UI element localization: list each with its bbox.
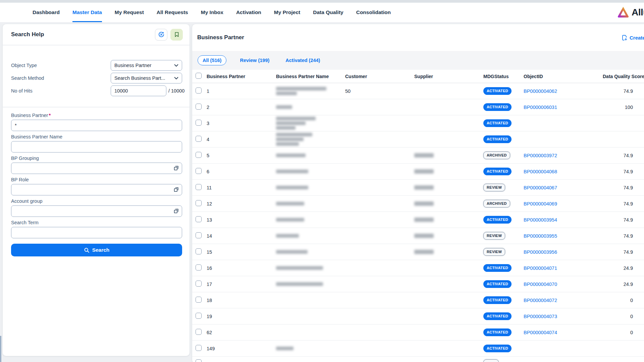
nav-item-my-project[interactable]: My Project	[274, 3, 300, 22]
brand-name: Allu	[632, 7, 644, 18]
table-row[interactable]: 17 ACTIVATED BP0000004070 24.9	[192, 276, 644, 292]
row-checkbox[interactable]	[196, 313, 202, 319]
top-navigation: Dashboard Master Data My Request All Req…	[0, 3, 644, 22]
business-partner-id: 3	[207, 121, 276, 126]
row-checkbox[interactable]	[196, 359, 202, 362]
row-checkbox[interactable]	[196, 297, 202, 303]
required-asterisk: *	[49, 113, 51, 118]
value-help-icon[interactable]	[173, 165, 179, 171]
reset-search-button[interactable]	[155, 29, 167, 41]
nav-item-my-inbox[interactable]: My Inbox	[201, 3, 223, 22]
row-checkbox[interactable]	[196, 200, 202, 206]
row-checkbox[interactable]	[196, 248, 202, 254]
search-button[interactable]: Search	[11, 244, 182, 256]
search-help-panel: Search Help Object Type Business Partner	[3, 24, 190, 356]
column-header-business-partner[interactable]: Business Partner	[207, 74, 276, 79]
account-group-label: Account group	[11, 198, 182, 204]
bookmark-icon	[174, 32, 180, 38]
bp-grouping-label: BP Grouping	[11, 156, 182, 161]
supplier-value-redacted	[414, 153, 483, 158]
nav-item-master-data[interactable]: Master Data	[72, 3, 102, 22]
table-row[interactable]: 5 ARCHIVED BP0000003972 74.9	[192, 147, 644, 164]
row-checkbox[interactable]	[196, 120, 202, 126]
bp-role-input[interactable]	[11, 184, 182, 195]
create-button[interactable]: Create	[621, 24, 644, 51]
tab-activated[interactable]: Activated (244)	[283, 56, 323, 65]
search-method-value: Search Business Part...	[114, 75, 165, 81]
row-checkbox[interactable]	[196, 168, 202, 174]
tab-all[interactable]: All (516)	[198, 55, 226, 65]
business-partner-id: 14	[207, 233, 276, 239]
column-header-business-partner-name[interactable]: Business Partner Name	[276, 74, 345, 79]
row-checkbox[interactable]	[196, 329, 202, 335]
table-row[interactable]: 13 ACTIVATED BP0000003954 74.9	[192, 212, 644, 228]
no-of-hits-input[interactable]	[111, 85, 166, 96]
object-id-link: BP0000003954	[524, 217, 575, 223]
business-partner-name-redacted	[276, 186, 345, 189]
row-checkbox[interactable]	[196, 152, 202, 158]
table-row[interactable]: 12 ARCHIVED BP0000004069 74.9	[192, 196, 644, 212]
table-row[interactable]: 6 ACTIVATED BP0000004068 74.9	[192, 164, 644, 180]
table-row[interactable]: 19 ACTIVATED BP0000004073 0	[192, 308, 644, 324]
select-all-checkbox[interactable]	[196, 73, 202, 79]
column-header-supplier[interactable]: Supplier	[414, 74, 483, 79]
nav-item-consolidation[interactable]: Consolidation	[356, 3, 391, 22]
column-header-objectid[interactable]: ObjectID	[524, 74, 575, 79]
business-partner-input[interactable]	[11, 120, 182, 131]
business-partner-id: 17	[207, 282, 276, 287]
column-header-data-quality-score[interactable]: Data Quality Score	[575, 74, 633, 79]
value-help-icon[interactable]	[173, 187, 179, 192]
nav-item-my-request[interactable]: My Request	[115, 3, 144, 22]
bookmark-button[interactable]	[170, 29, 183, 41]
row-checkbox[interactable]	[196, 232, 202, 238]
table-row[interactable]: 2 ACTIVATED BP0000006031 100	[192, 99, 644, 115]
create-button-label: Create	[630, 35, 644, 41]
mdg-status-badge: ACTIVATED	[483, 168, 524, 175]
table-row[interactable]: 16 ACTIVATED BP0000004071 24.9	[192, 260, 644, 276]
data-quality-score: 74.9	[575, 233, 633, 239]
table-row[interactable]: 3 ACTIVATED	[192, 115, 644, 131]
business-partner-name-redacted	[276, 234, 345, 238]
mdg-status-badge: ACTIVATED	[483, 119, 524, 127]
row-checkbox[interactable]	[196, 345, 202, 351]
nav-item-data-quality[interactable]: Data Quality	[313, 3, 343, 22]
column-header-mdgstatus[interactable]: MDGStatus	[483, 74, 524, 79]
object-id-link: BP0000003956	[524, 249, 575, 255]
mdg-status-badge: ACTIVATED	[483, 280, 524, 288]
table-row[interactable]: 149 ACTIVATED	[192, 341, 644, 357]
row-checkbox[interactable]	[196, 216, 202, 222]
business-partner-id: 11	[207, 185, 276, 190]
row-checkbox[interactable]	[196, 184, 202, 190]
object-id-link: BP0000004073	[524, 314, 575, 319]
search-term-input[interactable]	[11, 227, 182, 238]
table-row[interactable]: 11 REVIEW BP0000004067 74.9	[192, 180, 644, 196]
bp-grouping-input[interactable]	[11, 163, 182, 174]
mdg-status-badge: ACTIVATED	[483, 87, 524, 95]
row-checkbox[interactable]	[196, 281, 202, 287]
table-row[interactable]: 1 50 ACTIVATED BP0000004062 74.9	[192, 83, 644, 99]
nav-item-activation[interactable]: Activation	[236, 3, 261, 22]
account-group-input[interactable]	[11, 205, 182, 217]
row-checkbox[interactable]	[196, 87, 202, 94]
search-method-select[interactable]: Search Business Part...	[111, 73, 182, 83]
business-partner-name-input[interactable]	[11, 141, 182, 153]
table-row[interactable]: 14 REVIEW BP0000003955 74.9	[192, 228, 644, 244]
column-header-customer[interactable]: Customer	[345, 74, 414, 79]
table-row[interactable]	[192, 357, 644, 362]
value-help-icon[interactable]	[173, 208, 179, 214]
data-quality-score: 74.9	[575, 153, 633, 158]
table-row[interactable]: 15 REVIEW BP0000003956 74.9	[192, 244, 644, 260]
page-scrollbar[interactable]	[0, 336, 1, 362]
tab-review[interactable]: Review (199)	[237, 56, 272, 65]
row-checkbox[interactable]	[196, 264, 202, 270]
mdg-status-badge: REVIEW	[483, 232, 524, 240]
table-row[interactable]: 4 ACTIVATED	[192, 131, 644, 147]
mdg-status-badge: ACTIVATED	[483, 264, 524, 272]
nav-item-all-requests[interactable]: All Requests	[157, 3, 188, 22]
row-checkbox[interactable]	[196, 104, 202, 110]
table-row[interactable]: 62 ACTIVATED BP0000004074 0	[192, 324, 644, 341]
nav-item-dashboard[interactable]: Dashboard	[33, 3, 60, 22]
object-type-select[interactable]: Business Partner	[111, 60, 182, 71]
table-row[interactable]: 18 ACTIVATED BP0000004072 0	[192, 292, 644, 308]
row-checkbox[interactable]	[196, 136, 202, 142]
